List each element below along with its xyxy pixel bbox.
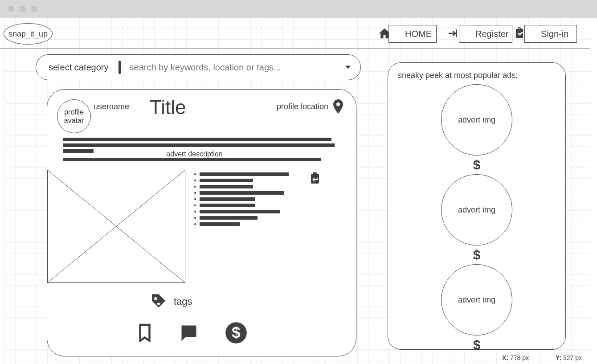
svg-text:$: $ [473,248,481,262]
search-bar[interactable]: select category [36,54,361,80]
logo-text: snap_it_up [8,29,48,39]
x-label: X: [502,354,508,361]
y-value: 527 px [563,354,582,361]
search-separator [119,61,121,74]
advert-img-label: advert img [458,295,495,305]
dollar-icon: $ [472,158,482,172]
tags-label: tags [174,296,192,307]
description-label: advert description [159,150,230,158]
location-pin-icon [333,99,343,114]
advert-img-label: advert img [458,115,495,125]
advert-card: profile avatar username Title profile lo… [47,89,356,356]
advert-image-circle: advert img [441,264,512,335]
register-label: Register [475,29,508,39]
advert-image-circle: advert img [441,84,512,155]
category-select[interactable]: select category [36,62,119,73]
dollar-circle-icon[interactable]: $ [225,321,248,344]
profile-location-label: profile location [277,102,328,111]
svg-text:$: $ [473,338,481,352]
canvas-coordinates: X: 778 px Y: 527 px [502,354,582,361]
popular-ads-sidebar: sneaky peek at most popular ads; advert … [388,62,566,350]
svg-text:$: $ [473,158,481,172]
window-dot [20,6,26,12]
advert-description: advert description [63,138,340,164]
popular-ad-item[interactable]: advert img $ [388,264,565,352]
advert-img-label: advert img [458,205,495,215]
signin-label: Sign-in [541,29,568,39]
advert-image-circle: advert img [441,174,512,245]
home-label: HOME [405,29,432,39]
dollar-icon: $ [472,338,482,352]
profile-avatar[interactable]: profile avatar [57,99,91,133]
chat-icon[interactable] [179,323,199,343]
logo[interactable]: snap_it_up [4,23,53,45]
tags-row[interactable]: tags [150,293,192,311]
avatar-label: profile avatar [57,108,90,125]
popular-ad-item[interactable]: advert img $ [388,84,565,172]
sidebar-title: sneaky peek at most popular ads; [398,71,518,80]
svg-rect-3 [313,172,317,175]
signin-button[interactable]: Sign-in [524,25,577,43]
clipboard-return-icon[interactable] [310,172,320,184]
username-label: username [94,102,129,111]
window-titlebar [0,0,597,18]
dollar-icon: $ [472,248,482,262]
svg-rect-2 [311,174,319,184]
home-button[interactable]: HOME [388,25,437,43]
popular-ad-item[interactable]: advert img $ [388,174,565,262]
y-label: Y: [556,354,561,361]
advert-title: Title [150,96,186,119]
svg-text:$: $ [232,324,240,341]
advert-actions: $ [136,321,248,344]
tag-icon [150,293,168,311]
bookmark-icon[interactable] [136,323,153,342]
window-dot [31,6,37,12]
window-dot [8,6,14,12]
advert-image-placeholder [47,170,185,283]
register-button[interactable]: Register [459,25,512,43]
chevron-down-icon[interactable] [345,65,351,70]
x-value: 778 px [510,354,529,361]
top-nav: snap_it_up HOME Register Sign-in [0,18,590,49]
advert-details-list [194,172,306,229]
search-input[interactable] [130,62,360,73]
